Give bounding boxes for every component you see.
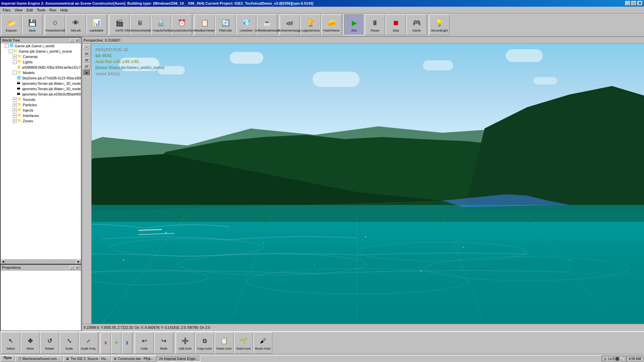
tree-expand-models[interactable]: - (13, 71, 17, 75)
properties-header: Proportions _ ✕ (1, 265, 81, 270)
tree-item-interfaces[interactable]: + 📁 Interfaces (1, 113, 81, 118)
tree-expand-scene[interactable]: - (9, 49, 13, 53)
start-label: Пуск (4, 356, 11, 360)
tree-item-root[interactable]: - 🌐 Game.ipk.Game.i_world (1, 43, 81, 49)
fastcheese-button[interactable]: 🧀 FastCheese (321, 14, 341, 35)
tree-item-terrain3[interactable]: 🏔 igeometry.Terrain.ipk.e039c0cf80ad4699… (1, 92, 81, 97)
menu-help[interactable]: Help (58, 7, 70, 13)
tree-expand-particles[interactable]: + (13, 103, 17, 107)
props-minimize[interactable]: _ (69, 265, 74, 269)
stirlink-button[interactable]: 👁 StirLink (66, 14, 86, 35)
tree-expand-injects[interactable]: + (13, 108, 17, 112)
start-button[interactable]: Пуск (1, 356, 14, 362)
tree-item-cameras[interactable]: + 📁 Cameras (1, 54, 81, 59)
extreeme-button[interactable]: 🏎 ExtreemeGarage (280, 14, 300, 35)
world-tree-content[interactable]: - 🌐 Game.ipk.Game.i_world - 📁 Game.ipk.G… (1, 43, 81, 259)
taskbar-machinama[interactable]: 🎵 MachinamaSound.com ... (15, 356, 63, 362)
viewport[interactable]: Perspective: 0.316667; + XY XZ ZY ■ (82, 37, 644, 331)
view-zoom-button[interactable]: + (83, 44, 91, 50)
toolbar-separator-3 (193, 15, 194, 35)
minimize-button[interactable]: _ (625, 1, 631, 6)
move-tool-label: Move (26, 347, 34, 350)
bestbar-button[interactable]: 📋 BestBarViewer (195, 14, 215, 35)
scroll-track[interactable] (5, 260, 76, 263)
run-button[interactable]: ▶ Run (344, 14, 364, 35)
menu-run[interactable]: Run (48, 7, 58, 13)
tree-item-zones[interactable]: + 📁 Zones (1, 118, 81, 124)
view-perspective-button[interactable]: ■ (83, 70, 91, 76)
run-icon: ▶ (349, 17, 360, 28)
legend-button[interactable]: 🏆 LegendArena (301, 14, 321, 35)
move-tool-button[interactable]: ✥ Move (21, 332, 40, 354)
close-button[interactable]: ✕ (637, 1, 643, 6)
scale-prop-button[interactable]: ⤢ Scale Prop. (79, 332, 98, 354)
filmdirectors-button[interactable]: 📓 FilmDirectorsNoteBook (130, 14, 150, 35)
samurai-button[interactable]: ⏰ SamuraiGolenClock (172, 14, 192, 35)
scene-canvas: PERSPECTIVE: 3D fps: 60.81 Actor Pos: x:… (92, 44, 644, 324)
menu-edit[interactable]: Edit (24, 7, 35, 13)
menu-bar: Files View Edit Tools Run Help (0, 7, 644, 13)
x-axis-button[interactable]: X (101, 332, 111, 354)
stop-label: Stop (393, 29, 399, 32)
tree-item-sounds[interactable]: + 📁 Sounds (1, 97, 81, 102)
undo-button[interactable]: ↩ Undo (135, 332, 154, 354)
view-xy-button[interactable]: XY (83, 51, 91, 57)
secondlight-icon: 💡 (434, 17, 445, 28)
tree-item-models[interactable]: - 📁 Models (1, 70, 81, 75)
taskbar-constructor[interactable]: ⚙ Constructor.bat - Рflyk... (111, 356, 156, 362)
tree-item-injects[interactable]: + 📁 Injects (1, 108, 81, 113)
pause-label: Pause (371, 29, 379, 32)
vivisectioncell-button[interactable]: ⬡ VivisectionCell (45, 14, 65, 35)
secondlight-button[interactable]: 💡 SecondLight (429, 14, 449, 35)
stop-button[interactable]: ⏹ Stop (386, 14, 406, 35)
menu-files[interactable]: Files (1, 7, 12, 13)
maximize-button[interactable]: □ (631, 1, 637, 6)
y-axis-button[interactable]: Y (111, 332, 121, 354)
copy-actor-button[interactable]: ⧉ Copy Actor (195, 332, 214, 354)
paste-actor-button[interactable]: 📋 Paste Actor (215, 332, 233, 354)
game-button[interactable]: 🎮 Game (407, 14, 427, 35)
redo-button[interactable]: ↪ Redo (154, 332, 173, 354)
props-close[interactable]: ✕ (75, 265, 79, 269)
menu-view[interactable]: View (12, 7, 24, 13)
flitecube-button[interactable]: 🔄 FliteCube (215, 14, 235, 35)
tree-item-scene[interactable]: - 📁 Game.ipk.Game.i_world.i_scene (1, 49, 81, 54)
tree-item-lights[interactable]: - 📁 Lights (1, 59, 81, 65)
world-tree-minimize[interactable]: _ (69, 38, 74, 42)
view-zy-button[interactable]: ZY (83, 63, 91, 69)
menu-tools[interactable]: Tools (35, 7, 48, 13)
tree-expand-zones[interactable]: + (13, 119, 17, 123)
coffeebreak-button[interactable]: ☕ CoffeeBreakStudio (257, 14, 277, 35)
taskbar-imperial[interactable]: 🎮 Imperial Game Engin... (157, 356, 201, 362)
taskbar-ige-source[interactable]: 🖥 The IGE 2: Source - Vis... (63, 356, 111, 362)
world-tree-close[interactable]: ✕ (75, 38, 79, 42)
scale-tool-button[interactable]: ⤡ Scale (60, 332, 78, 354)
scroll-right-button[interactable]: ▶ (76, 260, 81, 264)
tree-item-terrain1[interactable]: 🏔 igeometry.Terrain.ipk.Water.i_3D_model (1, 81, 81, 86)
tree-expand-lights[interactable]: - (13, 60, 17, 64)
select-tool-button[interactable]: ↖ Select (1, 332, 20, 354)
save-button[interactable]: 💾 Save (22, 14, 42, 35)
tree-expand-root[interactable]: - (5, 44, 9, 48)
tree-item-particles[interactable]: + 📁 Particles (1, 102, 81, 108)
rotate-tool-button[interactable]: ↺ Rotate (40, 332, 59, 354)
tree-item-terrain2[interactable]: 🏔 igeometry.Terrain.ipk.Water.i_3D_model… (1, 86, 81, 92)
tree-item-skydome[interactable]: 🌐 SkyDome.ipk.e77e62f6-5c23-45ba-b80b-a2… (1, 75, 81, 81)
brush-actor-button[interactable]: 🖌 Brush Actor (254, 332, 272, 354)
lawmaker-button[interactable]: 📊 LawMaker (87, 14, 107, 35)
tree-expand-sounds[interactable]: + (13, 98, 17, 102)
tree-scrollbar[interactable]: ◀ ▶ (1, 259, 81, 263)
tree-expand-cameras[interactable]: + (13, 55, 17, 59)
z-axis-button[interactable]: Z (122, 332, 132, 354)
view-xz-button[interactable]: XZ (83, 57, 91, 63)
exposer-button[interactable]: 📂 Exposer (1, 14, 21, 35)
tree-item-light1[interactable]: 💡 a4389808-0b82-436a-934d-ae9a132c757e.i… (1, 65, 81, 70)
tree-expand-interfaces[interactable]: + (13, 114, 17, 118)
livesilver-button[interactable]: 💎 LiveSilver (236, 14, 256, 35)
seed-actor-button[interactable]: 🌱 Seed Actor (234, 332, 253, 354)
world-tree-panel: World Tree _ ✕ - 🌐 Game.ipk.Game.i_world (0, 37, 82, 264)
scroll-left-button[interactable]: ◀ (1, 260, 5, 264)
pause-button[interactable]: ⏸ Pause (365, 14, 385, 35)
add-actor-button[interactable]: ➕ Add Actor (176, 332, 195, 354)
viewport-3d[interactable]: PERSPECTIVE: 3D fps: 60.81 Actor Pos: x:… (92, 44, 644, 324)
